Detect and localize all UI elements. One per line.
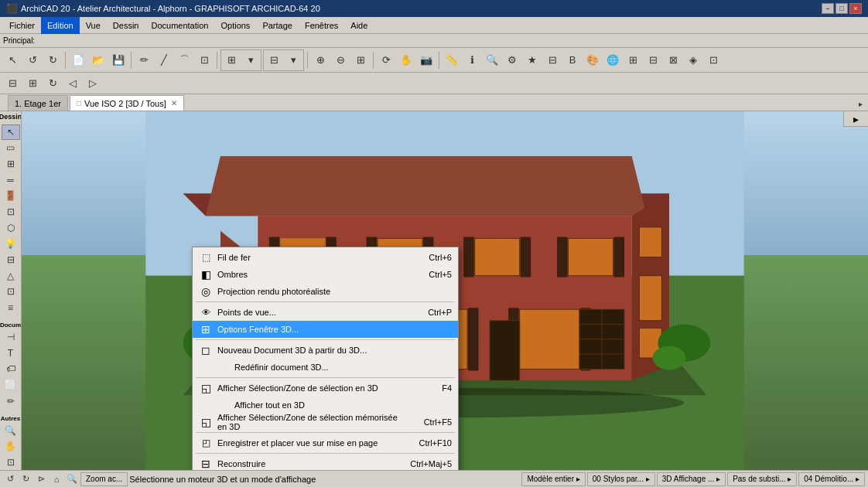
- info-tool[interactable]: ℹ: [463, 51, 481, 70]
- ctx-afficher-memoire-shortcut: Ctrl+F5: [424, 417, 452, 427]
- menu-vue[interactable]: Vue: [80, 17, 107, 34]
- cursor-tool[interactable]: ↖: [3, 51, 22, 70]
- select-tool[interactable]: ↖: [2, 124, 20, 140]
- 3d-pan[interactable]: ✋: [397, 51, 415, 70]
- menu-partage[interactable]: Partage: [256, 17, 299, 34]
- ctx-points-de-vue[interactable]: 👁 Points de vue... Ctrl+P: [193, 304, 458, 321]
- browse-btn[interactable]: ⊟: [543, 51, 562, 70]
- lamp-tool[interactable]: 💡: [2, 237, 20, 252]
- arc-tool[interactable]: ⌒: [175, 51, 193, 70]
- pencil-tool[interactable]: ✏: [135, 51, 153, 70]
- grid-btn[interactable]: ⊟: [265, 51, 283, 70]
- ctx-nouveau-document[interactable]: ◻ Nouveau Document 3D à partir du 3D...: [193, 342, 458, 359]
- hand-tool[interactable]: ✋: [2, 439, 20, 455]
- snap-btn[interactable]: ⊞: [222, 51, 241, 70]
- zone-tool[interactable]: ⬜: [2, 377, 20, 393]
- model-status-panel[interactable]: Modèle entier ▸: [521, 472, 585, 486]
- camera[interactable]: 📷: [417, 51, 436, 70]
- measure-tool[interactable]: 📏: [443, 51, 461, 70]
- menu-fichier[interactable]: Fichier: [3, 17, 41, 34]
- ctx-redefinir-document[interactable]: Redéfinir document 3D...: [193, 359, 458, 376]
- ctx-afficher-selection-memoire[interactable]: ◱ Afficher Sélection/Zone de sélection m…: [193, 414, 458, 431]
- ctx-options-fenetre-3d[interactable]: ⊞ Options Fenêtre 3D...: [193, 321, 458, 338]
- minimize-button[interactable]: −: [822, 3, 834, 14]
- view-nav-button[interactable]: ▸: [843, 111, 868, 127]
- slab-tool[interactable]: ⊟: [2, 252, 20, 267]
- zoom-tool[interactable]: 🔍: [2, 423, 20, 438]
- zoom-in[interactable]: ⊕: [311, 51, 330, 70]
- tab-3d-view[interactable]: □ Vue ISO 2 [3D / Tous] ✕: [70, 95, 184, 111]
- undo-button[interactable]: ↺: [23, 51, 42, 70]
- drawing-tool[interactable]: ✏: [2, 393, 20, 409]
- new-button[interactable]: 📄: [69, 51, 87, 70]
- ctx-reconstruire[interactable]: ⊟ Reconstruire Ctrl+Maj+5: [193, 455, 458, 470]
- 3d-rotate[interactable]: ⟳: [377, 51, 395, 70]
- tab-3d-close[interactable]: ✕: [171, 99, 177, 107]
- demolition-status-panel[interactable]: 04 Démolitio... ▸: [798, 472, 865, 486]
- substi-status-panel[interactable]: Pas de substi... ▸: [727, 472, 797, 486]
- wall-tool[interactable]: ▭: [2, 141, 20, 156]
- nav-home[interactable]: ⌂: [50, 472, 63, 486]
- open-button[interactable]: 📂: [89, 51, 108, 70]
- menu-dessin[interactable]: Dessin: [107, 17, 145, 34]
- menu-options[interactable]: Options: [214, 17, 256, 34]
- beam-tool[interactable]: ═: [2, 172, 20, 188]
- tb2-arrow1[interactable]: ◁: [63, 74, 82, 93]
- tab-nav-right[interactable]: ▸: [853, 97, 868, 111]
- stylos-status-panel[interactable]: 00 Stylos par... ▸: [587, 472, 655, 486]
- roof-tool[interactable]: △: [2, 268, 20, 284]
- tb2-arrow2[interactable]: ▷: [84, 74, 102, 93]
- mesh-tool[interactable]: ⊡: [2, 284, 20, 300]
- nav-back[interactable]: ⊳: [34, 472, 48, 486]
- window-tool[interactable]: ⊡: [2, 204, 20, 220]
- extra3[interactable]: ⊠: [664, 51, 682, 70]
- tab-floor-plan[interactable]: 1. Etage 1er: [8, 95, 68, 111]
- offset-btn[interactable]: ⊡: [195, 51, 214, 70]
- nav-redo[interactable]: ↻: [19, 472, 32, 486]
- ctx-afficher-tout-3d[interactable]: Afficher tout en 3D: [193, 397, 458, 414]
- ctx-projection-rendu[interactable]: ◎ Projection rendu photoréaliste: [193, 283, 458, 300]
- extra4[interactable]: ◈: [684, 51, 702, 70]
- column-tool[interactable]: ⊞: [2, 156, 20, 172]
- ctx-ombres[interactable]: ◧ Ombres Ctrl+5: [193, 266, 458, 283]
- grid-dropdown[interactable]: ▾: [284, 51, 302, 70]
- door-tool[interactable]: 🚪: [2, 189, 20, 204]
- nav-undo[interactable]: ↺: [3, 472, 17, 486]
- stair-tool[interactable]: ≡: [2, 300, 20, 315]
- redo-button[interactable]: ↻: [43, 51, 62, 70]
- inject-tool[interactable]: ⊡: [2, 455, 20, 470]
- save-button[interactable]: 💾: [109, 51, 128, 70]
- menu-aide[interactable]: Aide: [344, 17, 374, 34]
- text-tool[interactable]: T: [2, 346, 20, 361]
- zoom-out[interactable]: ⊖: [331, 51, 350, 70]
- ctx-enregistrer-placer[interactable]: ◰ Enregistrer et placer vue sur mise en …: [193, 434, 458, 451]
- extra2[interactable]: ⊟: [644, 51, 662, 70]
- close-button[interactable]: ×: [849, 3, 862, 14]
- object-tool[interactable]: ⬡: [2, 220, 20, 236]
- color-btn[interactable]: 🎨: [583, 51, 602, 70]
- globe-btn[interactable]: 🌐: [603, 51, 622, 70]
- tb2-rotate[interactable]: ↻: [43, 74, 62, 93]
- ctx-fil-de-fer[interactable]: ⬚ Fil de fer Ctrl+6: [193, 249, 458, 266]
- zoom-fit[interactable]: ⊞: [351, 51, 370, 70]
- settings-btn[interactable]: ⚙: [503, 51, 521, 70]
- extra1[interactable]: ⊞: [624, 51, 642, 70]
- line-tool[interactable]: ╱: [155, 51, 173, 70]
- dimension-tool[interactable]: ⊣: [2, 329, 20, 345]
- tb2-btn1[interactable]: ⊟: [3, 74, 22, 93]
- snap-dropdown[interactable]: ▾: [241, 51, 260, 70]
- element-info[interactable]: 🔍: [483, 51, 501, 70]
- menu-documentation[interactable]: Documentation: [145, 17, 214, 34]
- nav-zoom[interactable]: 🔍: [65, 472, 79, 486]
- tb2-btn2[interactable]: ⊞: [23, 74, 42, 93]
- affichage-status-panel[interactable]: 3D Affichage ... ▸: [657, 472, 726, 486]
- ctx-afficher-selection-3d[interactable]: ◱ Afficher Sélection/Zone de sélection e…: [193, 380, 458, 397]
- maximize-button[interactable]: □: [836, 3, 848, 14]
- bim-btn[interactable]: B: [563, 51, 582, 70]
- extra5[interactable]: ⊡: [704, 51, 723, 70]
- label-tool[interactable]: 🏷: [2, 362, 20, 377]
- menu-edition[interactable]: Edition: [41, 17, 80, 34]
- title-bar-controls[interactable]: − □ ×: [822, 3, 862, 14]
- menu-fenetres[interactable]: Fenêtres: [299, 17, 344, 34]
- star-btn[interactable]: ★: [523, 51, 542, 70]
